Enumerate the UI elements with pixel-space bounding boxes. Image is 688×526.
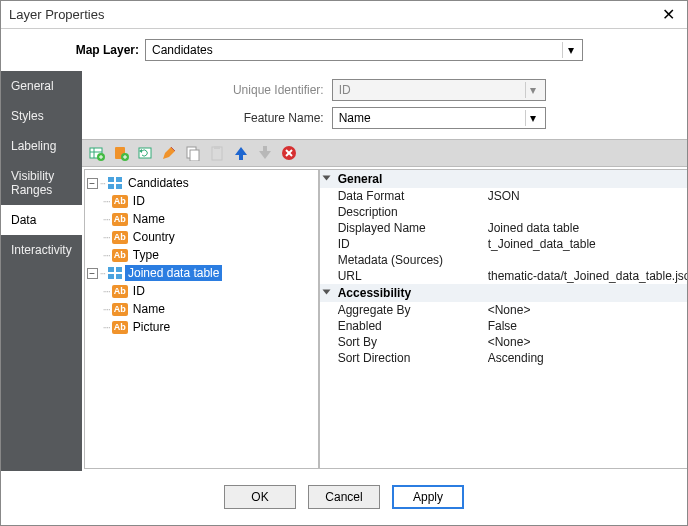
property-row[interactable]: Sort By<None> bbox=[320, 334, 688, 350]
ok-button[interactable]: OK bbox=[224, 485, 296, 509]
tree-node-joined[interactable]: − ··· Joined data table bbox=[87, 264, 316, 282]
tree-node-field[interactable]: ···· Ab ID bbox=[87, 192, 316, 210]
property-key: ID bbox=[338, 237, 488, 251]
property-key: Description bbox=[338, 205, 488, 219]
feature-name-select[interactable]: Name ▾ bbox=[332, 107, 546, 129]
titlebar: Layer Properties ✕ bbox=[1, 1, 687, 29]
sidebar-item-visibility-ranges[interactable]: Visibility Ranges bbox=[1, 161, 82, 205]
property-key: Metadata (Sources) bbox=[338, 253, 488, 267]
lower-panes: − ··· Candidates ···· Ab ID ···· Ab Name bbox=[82, 167, 688, 471]
property-group-general[interactable]: General bbox=[320, 170, 688, 188]
chevron-down-icon: ▾ bbox=[525, 82, 541, 98]
sidebar-item-interactivity[interactable]: Interactivity bbox=[1, 235, 82, 265]
source-tree[interactable]: − ··· Candidates ···· Ab ID ···· Ab Name bbox=[84, 169, 319, 469]
edit-icon[interactable] bbox=[160, 144, 178, 162]
svg-rect-17 bbox=[214, 146, 220, 149]
property-value: thematic-data/t_Joined_data_table.json bbox=[488, 269, 688, 283]
tree-node-field[interactable]: ···· Ab Name bbox=[87, 210, 316, 228]
apply-button[interactable]: Apply bbox=[392, 485, 464, 509]
paste-icon bbox=[208, 144, 226, 162]
table-icon bbox=[107, 266, 123, 280]
tree-node-candidates[interactable]: − ··· Candidates bbox=[87, 174, 316, 192]
add-table-icon[interactable] bbox=[88, 144, 106, 162]
add-column-icon[interactable] bbox=[112, 144, 130, 162]
property-key: URL bbox=[338, 269, 488, 283]
close-icon[interactable]: ✕ bbox=[658, 5, 679, 24]
unique-identifier-select: ID ▾ bbox=[332, 79, 546, 101]
sidebar-item-general[interactable]: General bbox=[1, 71, 82, 101]
property-value: False bbox=[488, 319, 688, 333]
map-layer-select[interactable]: Candidates ▾ bbox=[145, 39, 583, 61]
property-value: t_Joined_data_table bbox=[488, 237, 688, 251]
tree-connector: ···· bbox=[103, 250, 110, 261]
properties-panel[interactable]: General Data FormatJSON Description Disp… bbox=[319, 169, 688, 469]
tree-label[interactable]: Name bbox=[130, 301, 168, 317]
tree-label[interactable]: Candidates bbox=[125, 175, 192, 191]
property-value bbox=[488, 253, 688, 267]
property-row[interactable]: Sort DirectionAscending bbox=[320, 350, 688, 366]
property-row[interactable]: Metadata (Sources) bbox=[320, 252, 688, 268]
property-value bbox=[488, 205, 688, 219]
svg-rect-15 bbox=[190, 150, 199, 161]
property-row[interactable]: Displayed NameJoined data table bbox=[320, 220, 688, 236]
expander-icon[interactable]: − bbox=[87, 268, 98, 279]
tree-connector: ···· bbox=[103, 232, 110, 243]
tree-label[interactable]: Name bbox=[130, 211, 168, 227]
chevron-down-icon: ▾ bbox=[525, 110, 541, 126]
property-key: Data Format bbox=[338, 189, 488, 203]
copy-icon[interactable] bbox=[184, 144, 202, 162]
field-icon: Ab bbox=[112, 320, 128, 334]
sidebar-item-data[interactable]: Data bbox=[1, 205, 82, 235]
feature-name-label: Feature Name: bbox=[82, 111, 332, 125]
dialog-buttons: OK Cancel Apply bbox=[1, 471, 687, 523]
property-row[interactable]: URLthematic-data/t_Joined_data_table.jso… bbox=[320, 268, 688, 284]
tree-node-field[interactable]: ···· Ab Name bbox=[87, 300, 316, 318]
property-value: Joined data table bbox=[488, 221, 688, 235]
property-key: Enabled bbox=[338, 319, 488, 333]
sidebar-item-labeling[interactable]: Labeling bbox=[1, 131, 82, 161]
tree-label[interactable]: Country bbox=[130, 229, 178, 245]
property-key: Displayed Name bbox=[338, 221, 488, 235]
tree-connector: ··· bbox=[100, 178, 105, 189]
tree-node-field[interactable]: ···· Ab ID bbox=[87, 282, 316, 300]
tree-node-field[interactable]: ···· Ab Type bbox=[87, 246, 316, 264]
feature-name-value: Name bbox=[339, 111, 371, 125]
window-title: Layer Properties bbox=[9, 7, 658, 22]
property-key: Aggregate By bbox=[338, 303, 488, 317]
svg-marker-18 bbox=[235, 147, 247, 160]
content-pane: Unique Identifier: ID ▾ Feature Name: Na… bbox=[82, 71, 688, 471]
chevron-down-icon: ▾ bbox=[562, 42, 578, 58]
tree-label[interactable]: ID bbox=[130, 193, 148, 209]
sidebar-item-styles[interactable]: Styles bbox=[1, 101, 82, 131]
tree-node-field[interactable]: ···· Ab Country bbox=[87, 228, 316, 246]
tree-label[interactable]: ID bbox=[130, 283, 148, 299]
map-layer-label: Map Layer: bbox=[9, 43, 139, 57]
tree-connector: ···· bbox=[103, 286, 110, 297]
property-key: Sort By bbox=[338, 335, 488, 349]
tree-label[interactable]: Type bbox=[130, 247, 162, 263]
tree-label[interactable]: Picture bbox=[130, 319, 173, 335]
table-icon bbox=[107, 176, 123, 190]
delete-icon[interactable] bbox=[280, 144, 298, 162]
unique-identifier-row: Unique Identifier: ID ▾ bbox=[82, 79, 688, 101]
refresh-icon[interactable] bbox=[136, 144, 154, 162]
move-up-icon[interactable] bbox=[232, 144, 250, 162]
property-row[interactable]: Data FormatJSON bbox=[320, 188, 688, 204]
expander-icon[interactable]: − bbox=[87, 178, 98, 189]
property-row[interactable]: EnabledFalse bbox=[320, 318, 688, 334]
tree-node-field[interactable]: ···· Ab Picture bbox=[87, 318, 316, 336]
property-row[interactable]: Description bbox=[320, 204, 688, 220]
property-row[interactable]: IDt_Joined_data_table bbox=[320, 236, 688, 252]
cancel-button[interactable]: Cancel bbox=[308, 485, 380, 509]
tree-connector: ···· bbox=[103, 196, 110, 207]
property-group-accessibility[interactable]: Accessibility bbox=[320, 284, 688, 302]
svg-rect-10 bbox=[139, 148, 151, 158]
tree-label[interactable]: Joined data table bbox=[125, 265, 222, 281]
tree-connector: ··· bbox=[100, 268, 105, 279]
property-row[interactable]: Aggregate By<None> bbox=[320, 302, 688, 318]
map-layer-value: Candidates bbox=[152, 43, 213, 57]
form-area: Unique Identifier: ID ▾ Feature Name: Na… bbox=[82, 71, 688, 139]
tree-connector: ···· bbox=[103, 322, 110, 333]
toolbar bbox=[82, 139, 688, 167]
property-key: Sort Direction bbox=[338, 351, 488, 365]
